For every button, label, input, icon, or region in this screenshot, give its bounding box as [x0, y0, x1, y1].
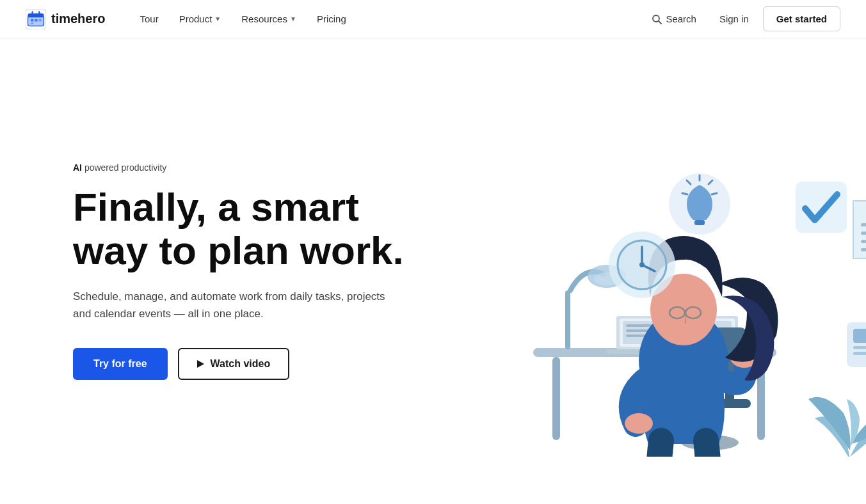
hero-title-line1: Finally, a smart: [73, 185, 359, 229]
hero-eyebrow: AI powered productivity: [73, 162, 404, 173]
nav-resources[interactable]: Resources ▼: [232, 8, 305, 29]
svg-rect-8: [35, 19, 37, 22]
nav-right: Search Sign in Get started: [643, 6, 840, 31]
hero-ai-text: AI: [73, 162, 82, 173]
signin-button[interactable]: Sign in: [710, 8, 758, 29]
watch-video-button[interactable]: Watch video: [178, 348, 290, 380]
svg-rect-51: [861, 240, 866, 243]
nav-pricing[interactable]: Pricing: [308, 8, 355, 29]
svg-rect-9: [38, 19, 41, 22]
getstarted-button[interactable]: Get started: [763, 6, 840, 31]
svg-rect-50: [861, 232, 866, 235]
hero-title-line2: way to plan work.: [73, 228, 404, 272]
svg-rect-64: [853, 352, 866, 355]
logo-link[interactable]: timehero: [26, 9, 105, 29]
svg-line-12: [659, 21, 661, 24]
resources-chevron-icon: ▼: [290, 15, 296, 22]
hero-content: AI powered productivity Finally, a smart…: [73, 162, 404, 381]
hero-subtitle: Schedule, manage, and automate work from…: [73, 288, 387, 322]
svg-rect-60: [853, 329, 866, 343]
svg-rect-10: [31, 22, 33, 24]
try-for-free-button[interactable]: Try for free: [73, 348, 168, 380]
svg-point-32: [625, 413, 653, 434]
product-chevron-icon: ▼: [214, 15, 221, 22]
hero-buttons: Try for free Watch video: [73, 348, 404, 380]
svg-rect-52: [861, 248, 866, 251]
brand-name: timehero: [51, 12, 105, 26]
svg-rect-7: [31, 19, 33, 22]
svg-rect-63: [853, 346, 866, 349]
logo-icon: [26, 9, 46, 29]
svg-point-58: [639, 262, 645, 267]
hero-eyebrow-suffix-text: powered productivity: [84, 162, 166, 173]
hero-illustration: [431, 86, 866, 457]
nav-product[interactable]: Product ▼: [170, 8, 230, 29]
hero-section: AI powered productivity Finally, a smart…: [0, 38, 866, 504]
hero-title: Finally, a smart way to plan work.: [73, 185, 404, 272]
search-icon: [652, 14, 662, 24]
hero-illustration-svg: [431, 86, 866, 457]
nav-links: Tour Product ▼ Resources ▼ Pricing: [131, 8, 643, 29]
search-button[interactable]: Search: [643, 8, 705, 29]
svg-rect-41: [694, 220, 705, 225]
svg-line-46: [682, 193, 687, 194]
navbar: timehero Tour Product ▼ Resources ▼ Pric…: [0, 0, 866, 38]
play-icon: [197, 360, 204, 368]
svg-rect-14: [552, 357, 560, 440]
svg-rect-16: [565, 290, 570, 349]
svg-line-44: [712, 193, 717, 194]
svg-rect-4: [28, 13, 44, 17]
nav-tour[interactable]: Tour: [131, 8, 167, 29]
svg-rect-49: [861, 223, 866, 226]
